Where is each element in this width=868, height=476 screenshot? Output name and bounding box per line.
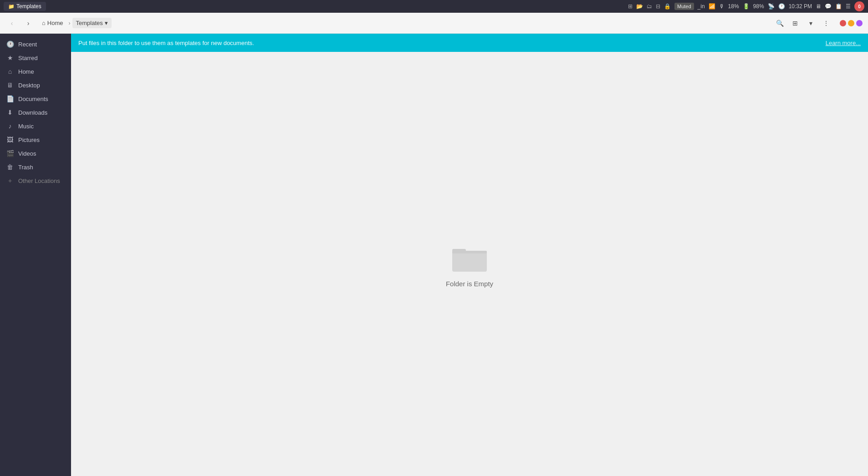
sysbar-file-icon: 📂: [636, 3, 643, 10]
sysbar-lock-icon: 🔒: [664, 3, 671, 10]
network-status: _in: [698, 3, 705, 10]
sysbar-apps-icon: ⊞: [628, 3, 633, 10]
search-icon: 🔍: [776, 20, 784, 27]
music-icon: ♪: [6, 122, 14, 130]
breadcrumb-home[interactable]: ⌂ Home: [38, 18, 67, 28]
empty-folder-icon: [451, 241, 488, 273]
sidebar-item-recent[interactable]: 🕐 Recent: [0, 37, 71, 51]
trash-icon: 🗑: [6, 163, 14, 171]
network-icon: 📶: [709, 3, 715, 10]
battery-level: 98%: [753, 3, 764, 10]
sidebar-item-music[interactable]: ♪ Music: [0, 119, 71, 133]
window-dot-purple[interactable]: [856, 20, 863, 26]
window-controls: [840, 20, 863, 26]
documents-icon: 📄: [6, 95, 14, 102]
search-button[interactable]: 🔍: [773, 17, 786, 30]
sidebar-label-music: Music: [18, 123, 34, 130]
monitor-icon: 🖥: [816, 3, 821, 10]
sidebar-item-videos[interactable]: 🎬 Videos: [0, 147, 71, 160]
empty-folder-label: Folder is Empty: [446, 280, 493, 288]
sidebar: 🕐 Recent ★ Starred ⌂ Home 🖥 Desktop 📄 Do…: [0, 34, 71, 476]
view-icon: ⊞: [792, 20, 798, 27]
breadcrumb-dropdown-icon: ▾: [105, 20, 108, 26]
home-nav-icon: ⌂: [6, 68, 14, 75]
sidebar-item-other-locations[interactable]: + Other Locations: [0, 174, 71, 187]
sidebar-label-other-locations: Other Locations: [18, 177, 60, 184]
breadcrumb: ⌂ Home › Templates ▾: [38, 18, 770, 28]
sidebar-item-downloads[interactable]: ⬇ Downloads: [0, 106, 71, 119]
sidebar-item-trash[interactable]: 🗑 Trash: [0, 160, 71, 174]
system-bar-right: ⊞ 📂 🗂 ⊟ 🔒 Muted _in 📶 🎙 18% 🔋 98% 📡 🕐 10…: [628, 1, 864, 11]
app-title-label: Templates: [16, 3, 41, 10]
sidebar-item-pictures[interactable]: 🖼 Pictures: [0, 133, 71, 147]
system-bar-left: 📁 Templates: [4, 2, 46, 11]
sidebar-item-home[interactable]: ⌂ Home: [0, 65, 71, 78]
sidebar-label-desktop: Desktop: [18, 82, 40, 89]
breadcrumb-home-label: Home: [47, 20, 63, 26]
toolbar-right: 🔍 ⊞ ▾ ⋮: [773, 17, 832, 30]
info-banner-link[interactable]: Learn more...: [826, 40, 861, 46]
mic-level: 18%: [728, 3, 739, 10]
breadcrumb-folder-label: Templates: [76, 20, 103, 26]
copy-icon: 📋: [835, 3, 842, 10]
more-options-icon: ⋮: [823, 20, 829, 27]
battery-icon: 🔋: [743, 3, 750, 10]
file-manager: ‹ › ⌂ Home › Templates ▾ 🔍 ⊞ ▾: [0, 13, 868, 476]
window-dot-red[interactable]: [840, 20, 846, 26]
desktop-icon: 🖥: [6, 81, 14, 89]
view-dropdown-icon: ▾: [809, 20, 812, 27]
sysbar-menu-icon: ☰: [846, 3, 851, 10]
breadcrumb-separator: ›: [69, 20, 71, 26]
info-banner: Put files in this folder to use them as …: [71, 34, 868, 52]
starred-icon: ★: [6, 54, 14, 61]
sidebar-label-videos: Videos: [18, 150, 36, 157]
sidebar-label-recent: Recent: [18, 41, 37, 48]
system-bar: 📁 Templates ⊞ 📂 🗂 ⊟ 🔒 Muted _in 📶 🎙 18% …: [0, 0, 868, 13]
sysbar-grid-icon: ⊟: [656, 3, 660, 10]
breadcrumb-current-folder[interactable]: Templates ▾: [72, 18, 112, 28]
clock-icon: 🕐: [778, 3, 785, 10]
sidebar-label-pictures: Pictures: [18, 137, 40, 143]
empty-folder-area: Folder is Empty: [71, 52, 868, 476]
window-dot-yellow[interactable]: [848, 20, 854, 26]
add-icon: +: [6, 177, 14, 184]
view-dropdown-button[interactable]: ▾: [804, 17, 817, 30]
back-button[interactable]: ‹: [5, 17, 18, 30]
back-icon: ‹: [11, 20, 13, 27]
clock-time: 10:32 PM: [789, 3, 812, 10]
info-banner-text: Put files in this folder to use them as …: [78, 40, 254, 46]
downloads-icon: ⬇: [6, 109, 14, 116]
forward-icon: ›: [27, 20, 30, 27]
sidebar-label-documents: Documents: [18, 96, 48, 102]
sidebar-item-documents[interactable]: 📄 Documents: [0, 92, 71, 106]
sidebar-label-starred: Starred: [18, 55, 38, 61]
forward-button[interactable]: ›: [22, 17, 35, 30]
home-icon: ⌂: [42, 20, 46, 26]
pictures-icon: 🖼: [6, 136, 14, 143]
videos-icon: 🎬: [6, 150, 14, 157]
svg-rect-1: [452, 251, 487, 272]
chat-icon: 💬: [825, 3, 832, 10]
app-title-icon: 📁: [8, 4, 15, 10]
wifi-icon: 📡: [768, 3, 775, 10]
more-options-button[interactable]: ⋮: [820, 17, 832, 30]
svg-rect-2: [452, 251, 487, 253]
app-title-bar[interactable]: 📁 Templates: [4, 2, 46, 11]
sidebar-label-trash: Trash: [18, 164, 33, 171]
sidebar-item-desktop[interactable]: 🖥 Desktop: [0, 78, 71, 92]
toolbar: ‹ › ⌂ Home › Templates ▾ 🔍 ⊞ ▾: [0, 13, 868, 34]
sysbar-folder-icon: 🗂: [647, 3, 652, 10]
recent-icon: 🕐: [6, 41, 14, 48]
muted-badge[interactable]: Muted: [674, 3, 694, 10]
sidebar-label-downloads: Downloads: [18, 109, 47, 116]
sidebar-item-starred[interactable]: ★ Starred: [0, 51, 71, 65]
main-area: 🕐 Recent ★ Starred ⌂ Home 🖥 Desktop 📄 Do…: [0, 34, 868, 476]
view-toggle-button[interactable]: ⊞: [789, 17, 802, 30]
user-avatar-button[interactable]: 0: [854, 1, 864, 11]
sidebar-label-home: Home: [18, 68, 34, 75]
content-pane: Put files in this folder to use them as …: [71, 34, 868, 476]
mic-icon: 🎙: [719, 3, 725, 10]
